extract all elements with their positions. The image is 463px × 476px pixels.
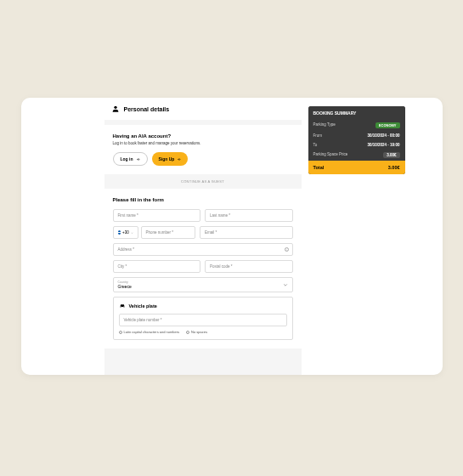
chevron-down-icon [283,282,288,287]
account-title: Having an AIA account? [113,133,293,139]
address-label: Address * [118,247,135,252]
country-select[interactable]: Country Greece [113,277,293,292]
total-label: Total [313,165,325,170]
summary-title: BOOKING SUMMARY [308,106,405,120]
from-label: From [313,133,323,138]
svg-point-1 [121,306,121,307]
flag-icon [118,230,121,235]
person-icon [111,105,120,113]
vehicle-plate-rules: Latin capital characters and numbers No … [119,330,287,334]
country-code-select[interactable]: +30 [113,226,138,239]
rule-1: Latin capital characters and numbers [124,330,180,334]
guest-divider: CONTINUE AS A GUEST [104,179,302,184]
account-buttons: Log in Sign Up [113,152,293,166]
phone-field[interactable]: Phone number * [141,226,196,239]
first-name-field[interactable]: First name * [113,209,201,222]
login-label: Log in [121,156,133,162]
to-value: 30/10/2024 - 19:00 [367,143,399,147]
vehicle-plate-card: Vehicle plate Vehicle plate number * Lat… [113,297,293,340]
arrow-right-icon [136,157,140,162]
to-label: To [313,143,318,147]
vehicle-plate-field[interactable]: Vehicle plate number * [119,314,287,326]
info-icon: i [285,247,289,252]
email-field[interactable]: Email * [200,226,293,239]
account-subtitle: Log in to book faster and manage your re… [113,141,293,145]
space-price-label: Parking Space Price [313,152,348,158]
signup-button[interactable]: Sign Up [152,152,189,166]
section-title: Personal details [124,106,170,112]
app-frame: Personal details Having an AIA account? … [21,98,443,375]
signup-label: Sign Up [159,156,175,162]
form-title: Please fill in the form [113,197,293,202]
vehicle-plate-title: Vehicle plate [129,303,157,309]
section-header: Personal details [104,98,302,120]
postal-field[interactable]: Postal code * [205,260,293,273]
country-code-value: +30 [122,230,129,235]
chevron-down-icon [131,231,133,235]
rule-dot-icon [186,331,189,334]
arrow-right-icon [177,157,181,162]
total-value: 3.00€ [388,165,400,170]
account-card: Having an AIA account? Log in to book fa… [104,125,302,174]
login-button[interactable]: Log in [113,152,148,166]
country-value: Greece [118,284,132,289]
address-field[interactable]: Address * i [113,243,293,256]
booking-summary: BOOKING SUMMARY Parking Type ECONOMY Fro… [308,106,405,174]
svg-point-0 [114,106,116,109]
parking-type-label: Parking Type [313,122,336,128]
space-price-value: 3.00€ [383,152,399,158]
rule-2: No spaces [191,330,207,334]
last-name-field[interactable]: Last name * [205,209,293,222]
from-value: 30/10/2024 - 00:00 [367,133,399,138]
form-card: Please fill in the form First name * Las… [104,189,302,348]
parking-type-badge: ECONOMY [375,122,400,128]
main-content: Personal details Having an AIA account? … [104,98,302,375]
city-field[interactable]: City * [113,260,201,273]
car-icon [119,303,126,309]
rule-dot-icon [119,331,122,334]
svg-point-2 [123,306,124,307]
